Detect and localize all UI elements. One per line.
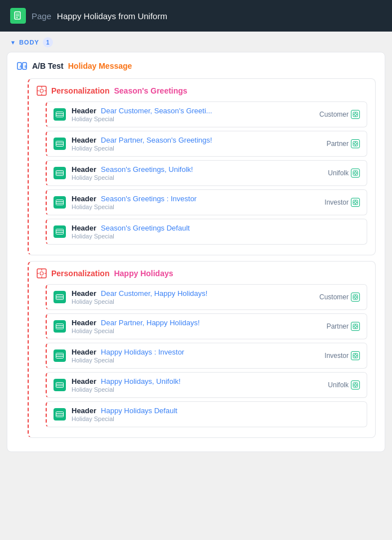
badge-text: Investor [324,352,349,360]
header-item-info: HeaderDear Partner, Happy Holidays!Holid… [72,318,321,334]
header-item-0-1[interactable]: HeaderDear Partner, Season's Greetings!H… [46,131,367,157]
header-item-sublabel: Holiday Special [72,203,319,210]
svg-point-27 [354,143,357,145]
header-item-sublabel: Holiday Special [72,327,321,334]
personalization-expand-icon[interactable] [351,351,360,360]
svg-text:B: B [25,65,28,68]
ab-test-card[interactable]: A B A/B Test Holiday Message Personaliza… [7,52,385,452]
personalization-header-1: PersonalizationHappy Holidays [37,268,367,278]
page-title: Happy Holidays from Uniform [57,11,167,21]
header-item-0-2[interactable]: HeaderSeason's Greetings, Unifolk!Holida… [46,160,367,186]
personalization-label: Personalization [51,86,109,95]
header-item-badge: Investor [324,198,360,207]
svg-rect-50 [56,229,64,234]
header-item-label: Header [72,348,96,356]
personalization-expand-icon[interactable] [351,322,360,331]
personalization-name: Season's Greetings [114,86,187,95]
ab-test-icon: A B [16,60,28,72]
ab-test-label: A/B Test [32,61,64,70]
svg-point-72 [354,325,357,327]
header-item-label: Header [72,194,96,203]
personalization-card-1[interactable]: PersonalizationHappy HolidaysHeaderDear … [28,261,376,438]
ab-test-name: Holiday Message [68,61,132,70]
header-item-sublabel: Holiday Special [72,174,322,181]
header-item-1-3[interactable]: HeaderHappy Holidays, Unifolk!Holiday Sp… [46,372,367,398]
personalization-label: Personalization [51,269,109,278]
badge-text: Unifolk [328,381,349,389]
header-item-sublabel: Holiday Special [72,357,319,364]
personalization-name: Happy Holidays [114,269,173,278]
svg-point-18 [354,113,357,116]
header-item-1-1[interactable]: HeaderDear Partner, Happy Holidays!Holid… [46,313,367,339]
header-item-info: HeaderDear Customer, Season's Greeti...H… [72,107,314,122]
header-item-badge: Unifolk [328,380,360,389]
header-item-info: HeaderDear Customer, Happy Holidays!Holi… [72,289,314,305]
svg-text:A: A [20,65,23,68]
svg-rect-68 [56,324,64,329]
header-icon [54,408,66,421]
personalization-expand-icon[interactable] [351,139,360,148]
svg-point-9 [40,89,43,92]
svg-point-45 [354,201,357,203]
page-icon [10,8,26,24]
header-item-sublabel: Holiday Special [72,116,314,122]
svg-point-63 [354,296,357,298]
personalization-icon [37,86,47,96]
body-arrow-icon: ▼ [10,39,16,46]
header-item-info: HeaderSeason's Greetings DefaultHoliday … [72,224,360,240]
personalization-card-0[interactable]: PersonalizationSeason's GreetingsHeaderD… [28,78,376,255]
ab-test-header: A B A/B Test Holiday Message [16,60,376,72]
header-item-1-0[interactable]: HeaderDear Customer, Happy Holidays!Holi… [46,284,367,310]
header-item-sublabel: Holiday Special [72,298,314,305]
svg-point-54 [40,272,43,275]
header-item-1-2[interactable]: HeaderHappy Holidays : InvestorHoliday S… [46,343,367,369]
personalization-expand-icon[interactable] [351,169,360,178]
header-item-content: Happy Holidays Default [101,406,177,415]
svg-point-90 [354,384,357,386]
header-item-label: Header [72,377,96,386]
header-item-sublabel: Holiday Special [72,415,360,422]
header-item-badge: Partner [327,322,360,331]
header-icon [54,225,66,238]
header-icon [54,379,66,391]
header-item-label: Header [72,224,96,232]
header-item-content: Season's Greetings, Unifolk! [101,165,193,174]
badge-text: Customer [319,110,349,118]
header-item-label: Header [72,406,96,415]
header-item-content: Happy Holidays, Unifolk! [101,377,181,386]
header-item-info: HeaderHappy Holidays DefaultHoliday Spec… [72,406,360,422]
header-item-content: Dear Customer, Happy Holidays! [101,289,207,298]
header-item-content: Happy Holidays : Investor [101,348,184,356]
svg-point-81 [354,355,357,357]
header-item-sublabel: Holiday Special [72,145,321,152]
header-icon [54,349,66,362]
header-item-content: Season's Greetings : Investor [101,194,197,203]
header-item-badge: Partner [327,139,360,148]
body-badge: 1 [43,37,53,47]
body-section: ▼ BODY 1 [0,32,392,50]
personalization-expand-icon[interactable] [351,380,360,389]
header-item-0-0[interactable]: HeaderDear Customer, Season's Greeti...H… [46,101,367,127]
header-icon [54,167,66,179]
personalization-expand-icon[interactable] [351,293,360,302]
header-item-0-3[interactable]: HeaderSeason's Greetings : InvestorHolid… [46,189,367,215]
header-item-badge: Customer [319,293,360,302]
badge-text: Investor [324,198,349,206]
svg-rect-59 [56,295,64,300]
top-bar: Page Happy Holidays from Uniform [0,0,392,32]
badge-text: Customer [319,293,349,301]
badge-text: Partner [327,140,349,148]
page-label: Page [32,11,51,21]
header-icon [54,138,66,150]
header-item-1-4[interactable]: HeaderHappy Holidays DefaultHoliday Spec… [46,401,367,427]
header-item-label: Header [72,318,96,327]
personalization-expand-icon[interactable] [351,110,360,119]
header-item-badge: Unifolk [328,169,360,178]
header-item-0-4[interactable]: HeaderSeason's Greetings DefaultHoliday … [46,219,367,245]
svg-rect-23 [56,141,64,147]
badge-text: Partner [327,322,349,330]
header-item-label: Header [72,107,96,115]
svg-rect-95 [56,412,64,417]
personalization-expand-icon[interactable] [351,198,360,207]
header-icon [54,291,66,303]
